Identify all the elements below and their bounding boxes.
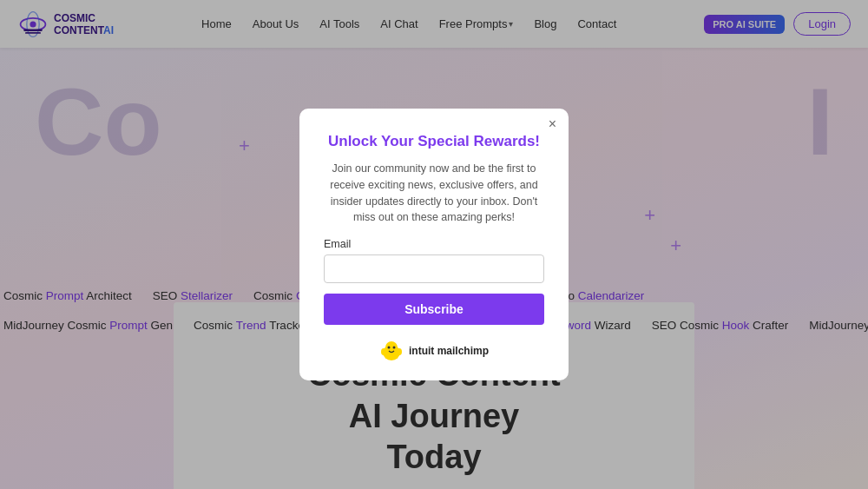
page-content: Co I + + + Cosmic Prompt Architect SEO S… — [0, 48, 868, 489]
mailchimp-icon — [379, 339, 404, 363]
svg-point-10 — [397, 348, 402, 355]
mailchimp-text: intuit mailchimp — [409, 345, 489, 357]
subscribe-button[interactable]: Subscribe — [324, 294, 544, 325]
svg-point-8 — [392, 347, 395, 349]
mailchimp-logo: intuit mailchimp — [324, 339, 544, 363]
modal-signup: × Unlock Your Special Rewards! Join our … — [299, 109, 569, 380]
email-input[interactable] — [324, 254, 544, 283]
modal-body-text: Join our community now and be the first … — [324, 161, 544, 226]
email-label: Email — [324, 238, 544, 250]
modal-title: Unlock Your Special Rewards! — [324, 133, 544, 150]
modal-overlay[interactable]: × Unlock Your Special Rewards! Join our … — [0, 48, 868, 489]
svg-point-7 — [387, 347, 390, 349]
modal-close-button[interactable]: × — [549, 117, 556, 131]
svg-point-9 — [381, 348, 386, 355]
svg-point-6 — [385, 341, 398, 354]
